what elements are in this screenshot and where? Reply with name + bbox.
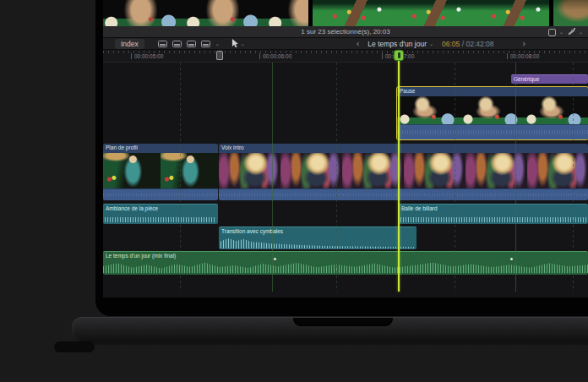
clip-filmstrip <box>103 153 218 188</box>
chevron-down-icon[interactable]: ⌄ <box>429 41 433 46</box>
keyframe-dot[interactable] <box>510 258 513 260</box>
selection-status: 1 sur 23 sélectionné(s), 20:03 <box>301 28 389 35</box>
playhead-handle[interactable] <box>394 50 404 61</box>
clip-label: Le temps d'un jour (mix final) <box>103 252 588 259</box>
skimmer-marker[interactable] <box>216 51 223 60</box>
enhancements-wand-icon[interactable] <box>567 28 575 36</box>
browser-clip-thumbnail[interactable] <box>103 0 308 26</box>
clip-label: Ambiance de la pièce <box>103 205 218 212</box>
timeline-ruler[interactable]: 00:00:05:00 00:00:06:00 00:00:07:00 00:0… <box>103 50 588 63</box>
clip-label: Transition avec cymbales <box>219 227 416 235</box>
browser-status-bar: 1 sur 23 sélectionné(s), 20:03 ⌄ ⌄ <box>103 26 588 38</box>
clip-audio-waveform <box>103 261 588 273</box>
timeline-area[interactable]: 1 sur 23 sélectionné(s), 20:03 ⌄ ⌄ Index <box>103 0 588 297</box>
timecode-total: / 02:42:08 <box>462 40 494 48</box>
ruler-tick-label: 00:00:06:00 <box>259 53 291 59</box>
clip-audio-waveform <box>397 124 588 139</box>
clip-balle-de-billard[interactable]: Balle de billard <box>399 204 588 224</box>
clip-mix-final[interactable]: Le temps d'un jour (mix final) <box>103 251 588 275</box>
timecode-current: 06:05 <box>442 40 460 48</box>
clip-filmstrip <box>219 153 588 188</box>
clip-pause[interactable]: Pause <box>397 87 588 139</box>
laptop-screen: 1 sur 23 sélectionné(s), 20:03 ⌄ ⌄ Index <box>95 0 588 316</box>
lid-notch <box>293 318 393 326</box>
fcp-window: 1 sur 23 sélectionné(s), 20:03 ⌄ ⌄ Index <box>103 0 588 297</box>
clip-audio-waveform <box>103 188 218 200</box>
clip-appearance-icon[interactable] <box>172 41 182 47</box>
clip-plan-de-profil[interactable]: Plan de profil <box>103 144 218 200</box>
chevron-down-icon[interactable]: ⌄ <box>241 41 245 46</box>
clip-generique[interactable]: Générique <box>511 74 588 84</box>
clip-voix-intro[interactable]: Voix intro <box>219 144 588 200</box>
clip-label: Plan de profil <box>103 144 218 153</box>
project-name[interactable]: Le temps d'un jour <box>368 40 427 48</box>
timeline-back-icon[interactable]: ‹ <box>357 40 359 48</box>
browser-filmstrip <box>103 0 588 26</box>
clip-audio-waveform <box>400 217 586 222</box>
clip-label: Pause <box>397 87 588 96</box>
ruler-tick-label: 00:00:05:00 <box>131 53 163 59</box>
clip-appearance-icon[interactable] <box>201 41 210 47</box>
macbook-mockup: 1 sur 23 sélectionné(s), 20:03 ⌄ ⌄ Index <box>0 0 588 382</box>
browser-clip-thumbnail[interactable] <box>313 0 549 26</box>
laptop-foot <box>54 341 95 352</box>
select-tool-arrow-icon[interactable] <box>231 39 239 48</box>
chevron-down-icon[interactable]: ⌄ <box>579 30 583 35</box>
clip-audio-waveform <box>105 217 216 222</box>
laptop-base <box>72 317 588 345</box>
timeline-toolbar: Index ⌄ ⌄ ‹ Le te <box>103 38 588 50</box>
clip-filmstrip <box>397 96 588 124</box>
playhead-line[interactable] <box>398 50 400 292</box>
chevron-down-icon[interactable]: ⌄ <box>215 41 220 46</box>
clip-ambiance[interactable]: Ambiance de la pièce <box>103 204 218 224</box>
clip-appearance-icon[interactable] <box>158 41 167 47</box>
transform-icon[interactable] <box>548 29 556 36</box>
clip-label: Balle de billard <box>399 205 588 212</box>
clip-label: Voix intro <box>219 144 588 153</box>
clip-transition[interactable]: Transition avec cymbales <box>219 226 416 249</box>
clip-audio-waveform <box>220 237 415 248</box>
timeline-forward-icon[interactable]: › <box>523 40 525 48</box>
clip-label: Générique <box>511 75 588 83</box>
chevron-down-icon[interactable]: ⌄ <box>559 30 564 35</box>
timecode-display: 06:05 / 02:42:08 <box>442 40 493 48</box>
clip-audio-waveform <box>219 188 588 200</box>
ruler-tick-label: 00:00:08:00 <box>507 53 539 59</box>
browser-clip-thumbnail[interactable] <box>553 0 588 26</box>
index-button[interactable]: Index <box>115 39 144 49</box>
keyframe-dot[interactable] <box>274 258 276 260</box>
clip-appearance-icon[interactable] <box>187 41 196 47</box>
